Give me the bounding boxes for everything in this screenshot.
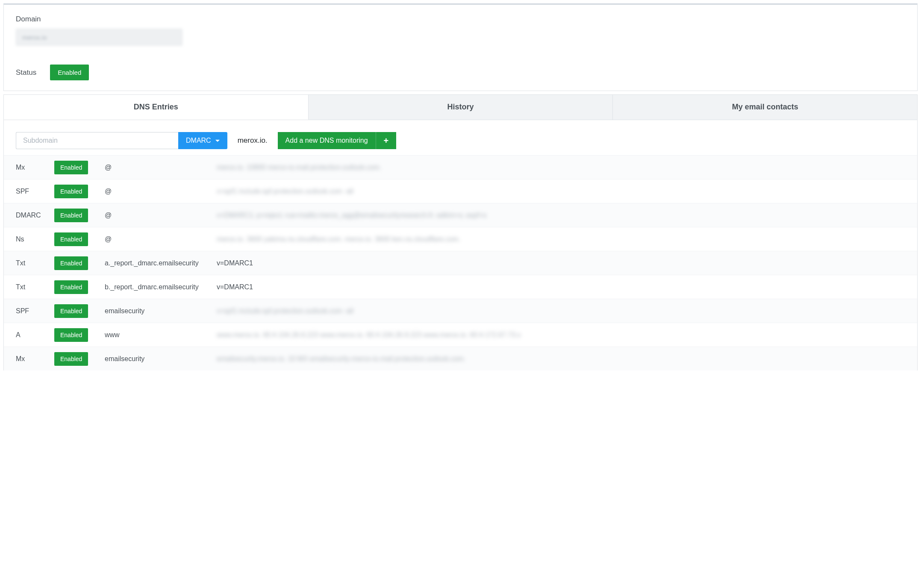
dns-status-cell: Enabled	[54, 355, 101, 363]
dns-row[interactable]: TxtEnabledb._report._dmarc.emailsecurity…	[4, 275, 917, 299]
dns-row[interactable]: NsEnabled@merox.io. 3600 yakima.ns.cloud…	[4, 227, 917, 251]
status-label: Status	[16, 68, 36, 77]
dns-type: SPF	[16, 307, 54, 315]
enabled-badge: Enabled	[54, 304, 88, 318]
dns-host: b._report._dmarc.emailsecurity	[101, 283, 217, 291]
dns-status-cell: Enabled	[54, 212, 101, 219]
dns-host: @	[101, 164, 217, 171]
add-button-label: Add a new DNS monitoring	[278, 137, 376, 144]
dns-value: emailsecurity.merox.io. 10 MX emailsecur…	[217, 355, 905, 363]
tab-my-email-contacts[interactable]: My email contacts	[613, 95, 917, 120]
enabled-badge: Enabled	[54, 280, 88, 294]
dns-row[interactable]: SPFEnabledemailsecurityv=spf1 include:sp…	[4, 299, 917, 323]
add-dns-monitoring-button[interactable]: Add a new DNS monitoring +	[278, 132, 397, 149]
dns-host: @	[101, 212, 217, 219]
plus-icon: +	[376, 132, 397, 149]
dns-table: MxEnabled@merox.io. 10800 merox-io.mail.…	[4, 155, 917, 370]
dns-host: @	[101, 188, 217, 195]
tabs: DNS EntriesHistoryMy email contacts	[3, 94, 918, 120]
toolbar: DMARC merox.io. Add a new DNS monitoring…	[4, 132, 917, 155]
dns-type: DMARC	[16, 212, 54, 219]
dns-row[interactable]: SPFEnabled@v=spf1 include:spf.protection…	[4, 179, 917, 203]
dns-status-cell: Enabled	[54, 283, 101, 291]
domain-panel: Domain Status Enabled	[3, 3, 918, 91]
record-type-dropdown[interactable]: DMARC	[178, 132, 227, 149]
dns-type: A	[16, 331, 54, 339]
dns-type: Ns	[16, 235, 54, 243]
dns-host: emailsecurity	[101, 307, 217, 315]
dns-status-cell: Enabled	[54, 164, 101, 171]
dns-row[interactable]: AEnabledwwwwww.merox.io. 60 A 104.26.8.2…	[4, 323, 917, 347]
enabled-badge: Enabled	[54, 232, 88, 246]
dns-value: merox.io. 3600 yakima.ns.cloudflare.com.…	[217, 235, 905, 243]
dns-host: @	[101, 235, 217, 243]
dns-type: SPF	[16, 188, 54, 195]
dns-row[interactable]: MxEnabled@merox.io. 10800 merox-io.mail.…	[4, 155, 917, 179]
dns-host: a._report._dmarc.emailsecurity	[101, 259, 217, 267]
enabled-badge: Enabled	[54, 256, 88, 270]
dns-row[interactable]: TxtEnableda._report._dmarc.emailsecurity…	[4, 251, 917, 275]
subdomain-input[interactable]	[16, 132, 178, 149]
chevron-down-icon	[215, 140, 220, 142]
enabled-badge: Enabled	[54, 328, 88, 342]
domain-input[interactable]	[16, 29, 182, 46]
dns-status-cell: Enabled	[54, 259, 101, 267]
dns-type: Txt	[16, 259, 54, 267]
dns-host: emailsecurity	[101, 355, 217, 363]
dns-status-cell: Enabled	[54, 331, 101, 339]
dns-entries-content: DMARC merox.io. Add a new DNS monitoring…	[3, 120, 918, 370]
enabled-badge: Enabled	[54, 161, 88, 174]
dropdown-label: DMARC	[186, 137, 211, 144]
dns-host: www	[101, 331, 217, 339]
dns-row[interactable]: MxEnabledemailsecurityemailsecurity.mero…	[4, 347, 917, 370]
enabled-badge: Enabled	[54, 185, 88, 198]
dns-status-cell: Enabled	[54, 188, 101, 195]
dns-value: v=spf1 include:spf.protection.outlook.co…	[217, 188, 905, 195]
enabled-badge: Enabled	[54, 352, 88, 366]
domain-display: merox.io.	[238, 136, 268, 145]
dns-row[interactable]: DMARCEnabled@v=DMARC1; p=reject; rua=mai…	[4, 203, 917, 227]
domain-label: Domain	[16, 15, 905, 24]
dns-value: merox.io. 10800 merox-io.mail.protection…	[217, 164, 905, 171]
dns-type: Mx	[16, 355, 54, 363]
dns-status-cell: Enabled	[54, 235, 101, 243]
dns-type: Mx	[16, 164, 54, 171]
dns-value: v=spf1 include:spf.protection.outlook.co…	[217, 307, 905, 315]
dns-value: www.merox.io. 60 A 104.26.8.223 www.mero…	[217, 331, 905, 339]
dns-type: Txt	[16, 283, 54, 291]
dns-value: v=DMARC1; p=reject; rua=mailto:merox_agg…	[217, 212, 905, 219]
tab-dns-entries[interactable]: DNS Entries	[4, 95, 309, 120]
dns-value: v=DMARC1	[217, 283, 905, 291]
enabled-badge: Enabled	[54, 209, 88, 222]
dns-status-cell: Enabled	[54, 307, 101, 315]
dns-value: v=DMARC1	[217, 259, 905, 267]
tab-history[interactable]: History	[309, 95, 613, 120]
status-badge: Enabled	[50, 65, 89, 80]
